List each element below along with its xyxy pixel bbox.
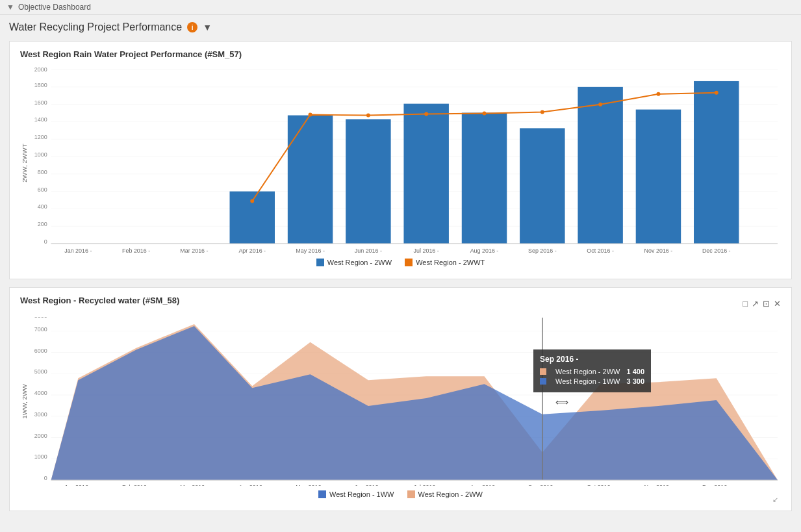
- bottom-chart-panel: West Region - Recycled water (#SM_58) □ …: [9, 287, 792, 511]
- svg-text:1WW, 2WW: 1WW, 2WW: [21, 384, 28, 419]
- bar-jun: [346, 119, 390, 244]
- svg-text:Dec 2016 -: Dec 2016 -: [702, 484, 731, 486]
- svg-text:Oct 2016 -: Oct 2016 -: [587, 247, 614, 254]
- svg-text:Dec 2016 -: Dec 2016 -: [702, 247, 731, 254]
- svg-text:Oct 2016 -: Oct 2016 -: [587, 484, 614, 486]
- tooltip-label-2ww: West Region - 2WW: [555, 368, 620, 375]
- filter-icon[interactable]: ▼: [203, 22, 212, 32]
- svg-text:Aug 2016 -: Aug 2016 -: [470, 247, 499, 254]
- svg-text:May 2016 -: May 2016 -: [296, 484, 325, 486]
- svg-point-29: [598, 103, 602, 107]
- tooltip-row-2ww: West Region - 2WW 1 400: [540, 368, 644, 375]
- svg-text:Jun 2016 -: Jun 2016 -: [355, 484, 382, 486]
- legend-color-2wwt: [405, 259, 413, 266]
- svg-text:Jan 2016 -: Jan 2016 -: [64, 247, 92, 254]
- svg-text:400: 400: [38, 203, 47, 210]
- svg-text:3000: 3000: [34, 411, 47, 418]
- top-chart-title: West Region Rain Water Project Performan…: [20, 49, 781, 59]
- svg-text:Mar 2016 -: Mar 2016 -: [180, 484, 208, 486]
- svg-text:2000: 2000: [34, 66, 47, 73]
- tooltip-value-2ww: 1 400: [626, 368, 644, 375]
- bar-jul: [403, 104, 448, 244]
- chart-icon-group: □ ↗ ⊡ ✕: [743, 299, 781, 309]
- legend-label-2ww: West Region - 2WW: [327, 259, 392, 266]
- top-chart-svg: 2WW, 2WWT 0 200 400 600 800 1000 1200 14…: [20, 66, 781, 254]
- resize-icon[interactable]: ↙: [772, 496, 778, 504]
- svg-text:Jan 2016 -: Jan 2016 -: [64, 484, 92, 486]
- svg-text:800: 800: [38, 169, 47, 175]
- page-title-row: Water Recycling Project Performance i ▼: [9, 21, 792, 33]
- tooltip-color-1ww: [540, 378, 546, 385]
- svg-text:Jul 2016 -: Jul 2016 -: [414, 247, 439, 254]
- bottom-chart-legend: West Region - 1WW West Region - 2WW: [20, 490, 781, 498]
- svg-text:6000: 6000: [34, 348, 47, 354]
- drag-cursor-icon: ⟺: [555, 397, 568, 407]
- bottom-chart-title: West Region - Recycled water (#SM_58): [20, 296, 179, 305]
- top-chart-legend: West Region - 2WW West Region - 2WWT: [20, 259, 781, 266]
- legend-color-2ww-bottom: [407, 490, 415, 498]
- svg-point-27: [483, 112, 487, 116]
- svg-point-31: [715, 91, 718, 95]
- svg-text:7000: 7000: [34, 326, 47, 333]
- svg-text:May 2016 -: May 2016 -: [296, 247, 325, 254]
- svg-text:1000: 1000: [34, 151, 47, 158]
- legend-item-2ww-bottom: West Region - 2WW: [407, 490, 483, 498]
- svg-text:8000: 8000: [34, 317, 47, 319]
- bar-may: [288, 116, 333, 244]
- page-container: ▼ Objective Dashboard Water Recycling Pr…: [0, 0, 801, 532]
- bar-oct: [578, 87, 622, 244]
- svg-point-24: [309, 113, 312, 117]
- top-chart-panel: West Region Rain Water Project Performan…: [9, 41, 792, 279]
- legend-color-2ww: [316, 259, 324, 266]
- breadcrumb-chevron: ▼: [6, 3, 14, 12]
- svg-text:Sep 2016 -: Sep 2016 -: [528, 484, 557, 486]
- chart-icon-edit[interactable]: ⊡: [763, 299, 770, 309]
- info-icon[interactable]: i: [187, 22, 197, 32]
- chart-icon-square[interactable]: □: [743, 299, 748, 309]
- svg-text:0: 0: [44, 475, 47, 481]
- legend-color-1ww: [318, 490, 326, 498]
- svg-text:Aug 2016 -: Aug 2016 -: [470, 484, 499, 486]
- svg-text:Nov 2016 -: Nov 2016 -: [644, 484, 673, 486]
- svg-text:0: 0: [44, 238, 47, 245]
- svg-text:2WW, 2WWT: 2WW, 2WWT: [21, 144, 28, 182]
- svg-text:1000: 1000: [34, 453, 47, 460]
- bottom-chart-svg: 1WW, 2WW 0 1000 2000 3000 4000 5000 6000…: [20, 317, 781, 486]
- svg-point-25: [366, 114, 370, 118]
- legend-item-2wwt: West Region - 2WWT: [405, 259, 485, 266]
- svg-text:5000: 5000: [34, 368, 47, 375]
- tooltip-row-1ww: West Region - 1WW 3 300: [540, 377, 644, 385]
- svg-point-30: [656, 92, 660, 96]
- legend-item-1ww: West Region - 1WW: [318, 490, 394, 498]
- tooltip-color-2ww: [540, 368, 546, 375]
- breadcrumb: ▼ Objective Dashboard: [0, 0, 801, 15]
- bar-sep: [520, 128, 565, 244]
- svg-text:Feb 2016 -: Feb 2016 -: [122, 484, 150, 486]
- svg-text:Mar 2016 -: Mar 2016 -: [180, 247, 208, 254]
- svg-text:Jul 2016 -: Jul 2016 -: [414, 484, 439, 486]
- svg-text:200: 200: [38, 221, 47, 227]
- svg-text:1800: 1800: [34, 82, 47, 88]
- chart-icon-close[interactable]: ✕: [774, 299, 781, 309]
- tooltip-title: Sep 2016 -: [540, 355, 644, 364]
- svg-point-26: [424, 112, 428, 116]
- svg-text:Apr 2016 -: Apr 2016 -: [238, 247, 266, 254]
- legend-label-2ww-bottom: West Region - 2WW: [418, 490, 483, 498]
- svg-text:Jun 2016 -: Jun 2016 -: [355, 247, 382, 254]
- legend-label-2wwt: West Region - 2WWT: [416, 259, 485, 266]
- svg-text:Sep 2016 -: Sep 2016 -: [528, 247, 557, 254]
- breadcrumb-label: Objective Dashboard: [18, 3, 91, 12]
- svg-text:Apr 2016 -: Apr 2016 -: [238, 484, 266, 486]
- svg-text:600: 600: [38, 186, 47, 193]
- tooltip-value-1ww: 3 300: [626, 377, 644, 385]
- top-chart-area: 2WW, 2WWT 0 200 400 600 800 1000 1200 14…: [20, 66, 781, 273]
- bar-nov: [636, 110, 681, 244]
- tooltip-label-1ww: West Region - 1WW: [555, 377, 620, 385]
- bottom-chart-area: 1WW, 2WW 0 1000 2000 3000 4000 5000 6000…: [20, 317, 781, 505]
- chart-icon-expand[interactable]: ↗: [752, 299, 759, 309]
- svg-text:2000: 2000: [34, 433, 47, 439]
- svg-text:1400: 1400: [34, 116, 47, 123]
- main-content: Water Recycling Project Performance i ▼ …: [0, 15, 801, 526]
- svg-text:Feb 2016 -: Feb 2016 -: [122, 247, 150, 254]
- svg-text:Nov 2016 -: Nov 2016 -: [644, 247, 673, 254]
